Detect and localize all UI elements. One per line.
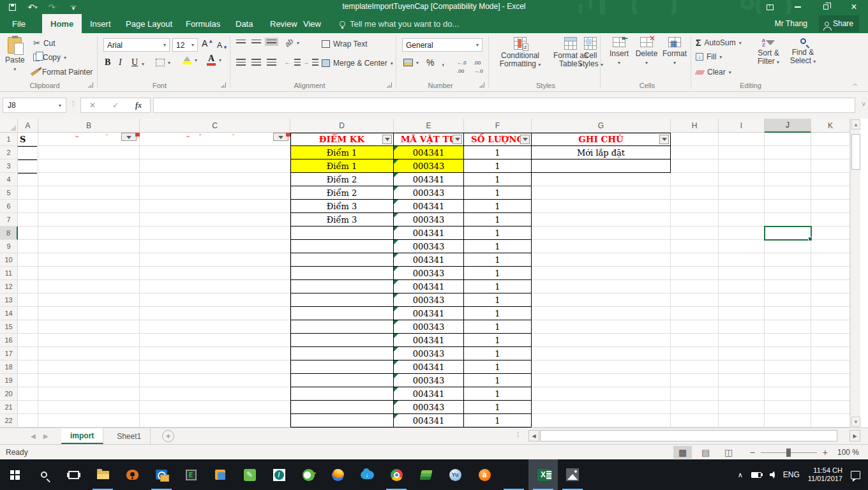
cell-J13[interactable] xyxy=(765,293,811,307)
cell-F7[interactable]: 1 xyxy=(464,213,532,226)
cell-A6[interactable] xyxy=(18,200,38,213)
tell-me-box[interactable]: Tell me what you want to do... xyxy=(340,14,459,33)
action-center-icon[interactable] xyxy=(851,471,860,479)
row-header-6[interactable]: 6 xyxy=(0,200,18,213)
cell-D4[interactable]: Điểm 2 xyxy=(290,173,394,186)
taskbar-teal-app-icon[interactable] xyxy=(264,459,294,490)
insert-function-button[interactable]: fx xyxy=(135,101,142,110)
align-right-button[interactable] xyxy=(267,59,276,66)
taskbar-yu-icon[interactable]: Yu xyxy=(440,459,470,490)
cell-C5[interactable] xyxy=(140,186,290,200)
cell-J6[interactable] xyxy=(765,200,811,213)
format-cells-button[interactable]: ▦ Format▾ xyxy=(661,37,688,66)
row-header-11[interactable]: 11 xyxy=(0,267,18,280)
cell-I12[interactable] xyxy=(719,280,765,293)
cell-K2[interactable] xyxy=(811,146,850,160)
cell-D15[interactable] xyxy=(290,320,394,334)
tab-page-layout[interactable]: Page Layout xyxy=(117,14,181,33)
cell-D7[interactable]: Điểm 3 xyxy=(290,213,394,226)
cell-A16[interactable] xyxy=(18,334,38,347)
filter-button-G[interactable] xyxy=(659,135,669,144)
cell-K1[interactable] xyxy=(811,133,850,146)
taskbar-outlook-icon[interactable] xyxy=(147,459,176,490)
clipped-filter-button[interactable] xyxy=(121,133,137,141)
cell-F6[interactable]: 1 xyxy=(464,200,532,213)
cell-E4[interactable]: 004341 xyxy=(394,173,464,186)
selected-cell-J8[interactable] xyxy=(764,226,812,241)
column-header-J[interactable]: J xyxy=(765,119,811,133)
tray-expand-chevron-icon[interactable]: ∧ xyxy=(738,471,743,479)
cell-F3[interactable]: 1 xyxy=(464,160,532,173)
cancel-formula-button[interactable]: ✕ xyxy=(89,101,96,110)
cell-E14[interactable]: 004341 xyxy=(394,307,464,320)
new-sheet-button[interactable]: + xyxy=(162,430,174,442)
header-cell-MA-VAT-TU[interactable]: MÃ VẬT TƯ xyxy=(394,133,464,146)
cell-A18[interactable] xyxy=(18,360,38,374)
cell-C17[interactable] xyxy=(140,347,290,360)
taskbar-bluestacks-icon[interactable] xyxy=(411,459,440,490)
row-header-22[interactable]: 22 xyxy=(0,414,18,427)
cell-J7[interactable] xyxy=(765,213,811,226)
increase-indent-button[interactable]: → xyxy=(303,59,318,66)
cell-I21[interactable] xyxy=(719,401,765,414)
cell-H10[interactable] xyxy=(671,253,719,267)
cell-K8[interactable] xyxy=(811,226,850,240)
cell-J17[interactable] xyxy=(765,347,811,360)
cell-D11[interactable] xyxy=(290,267,394,280)
cell-D8[interactable] xyxy=(290,226,394,240)
cell-G3[interactable] xyxy=(532,160,671,173)
column-header-E[interactable]: E xyxy=(394,119,464,133)
wrap-text-button[interactable]: Wrap Text xyxy=(322,40,368,48)
cell-G10[interactable] xyxy=(532,253,671,267)
cell-B9[interactable] xyxy=(38,240,140,253)
cell-G21[interactable] xyxy=(532,401,671,414)
row-header-18[interactable]: 18 xyxy=(0,360,18,374)
zoom-level[interactable]: 100 % xyxy=(834,448,859,457)
cell-B3[interactable] xyxy=(38,160,140,173)
cell-I8[interactable] xyxy=(719,226,765,240)
clipboard-dialog-launcher[interactable] xyxy=(88,82,93,87)
cell-J20[interactable] xyxy=(765,387,811,401)
cell-G18[interactable] xyxy=(532,360,671,374)
sort-filter-button[interactable]: AZ Sort &Filter ▾ xyxy=(752,38,785,66)
enter-formula-button[interactable]: ✓ xyxy=(112,101,119,110)
cell-K21[interactable] xyxy=(811,401,850,414)
cell-F22[interactable]: 1 xyxy=(464,414,532,427)
cell-E8[interactable]: 004341 xyxy=(394,226,464,240)
cell-J3[interactable] xyxy=(765,160,811,173)
row-header-17[interactable]: 17 xyxy=(0,347,18,360)
ribbon-display-options-button[interactable] xyxy=(756,0,784,14)
taskbar-avast-icon[interactable]: a xyxy=(470,459,499,490)
vertical-scroll-thumb[interactable] xyxy=(851,134,860,170)
taskbar-cloud-download-icon[interactable]: ↓ xyxy=(352,459,382,490)
cell-H6[interactable] xyxy=(671,200,719,213)
cell-J4[interactable] xyxy=(765,173,811,186)
align-center-button[interactable] xyxy=(251,59,261,66)
row-header-14[interactable]: 14 xyxy=(0,307,18,320)
cell-E9[interactable]: 000343 xyxy=(394,240,464,253)
italic-button[interactable]: I xyxy=(119,57,122,68)
cell-K3[interactable] xyxy=(811,160,850,173)
cell-D6[interactable]: Điểm 3 xyxy=(290,200,394,213)
cell-K16[interactable] xyxy=(811,334,850,347)
row-header-19[interactable]: 19 xyxy=(0,374,18,387)
formula-input[interactable] xyxy=(153,98,855,113)
cell-A14[interactable] xyxy=(18,307,38,320)
decrease-decimal-button[interactable]: .00→.0 xyxy=(474,59,483,75)
cell-J21[interactable] xyxy=(765,401,811,414)
cell-J9[interactable] xyxy=(765,240,811,253)
find-select-button[interactable]: Find &Select ▾ xyxy=(786,38,819,66)
cell-E15[interactable]: 000343 xyxy=(394,320,464,334)
cell-A19[interactable] xyxy=(18,374,38,387)
format-painter-button[interactable]: Format Painter xyxy=(31,68,93,77)
cell-I20[interactable] xyxy=(719,387,765,401)
cell-B22[interactable] xyxy=(38,414,140,427)
filter-button-D[interactable] xyxy=(382,135,392,144)
cell-E20[interactable]: 004341 xyxy=(394,387,464,401)
cell-H8[interactable] xyxy=(671,226,719,240)
select-all-corner[interactable] xyxy=(0,119,18,133)
cell-J1[interactable] xyxy=(765,133,811,146)
cell-H11[interactable] xyxy=(671,267,719,280)
cell-C9[interactable] xyxy=(140,240,290,253)
worksheet-grid[interactable]: ABCDEFGHIJK 1SĐIỂM KKMÃ VẬT TƯSỐ LƯỢNGGH… xyxy=(0,119,868,427)
